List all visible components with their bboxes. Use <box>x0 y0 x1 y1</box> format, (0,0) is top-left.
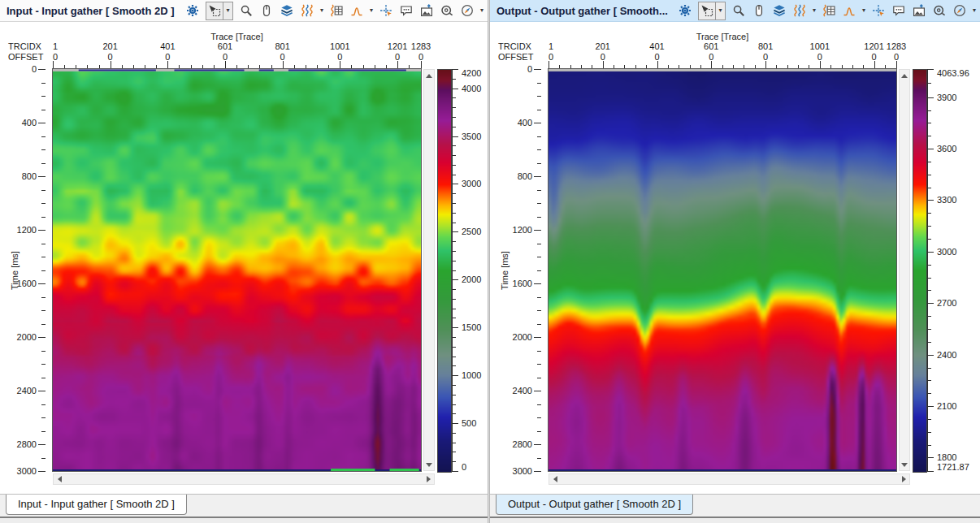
trace-minor-tick <box>351 65 352 68</box>
compass-navigation-icon[interactable] <box>952 3 967 18</box>
settings-gear-icon[interactable] <box>678 3 692 18</box>
export-image-icon[interactable] <box>419 3 434 18</box>
colorbar-tick-label: 1800 <box>937 452 956 462</box>
trace-display-mode-icon[interactable] <box>792 3 807 18</box>
trace-table-icon[interactable] <box>822 3 836 18</box>
scroll-down-button[interactable] <box>900 459 909 470</box>
colorbar-minor-tick <box>452 175 456 175</box>
colorbar-tick-label: 0 <box>462 462 466 472</box>
annotation-comment-icon[interactable] <box>891 3 906 18</box>
trace-major-tick <box>874 61 875 68</box>
colorbar-minor-tick <box>452 289 456 290</box>
compass-navigation-icon[interactable] <box>460 3 475 18</box>
amplitude-histogram-icon-dropdown[interactable]: ▾ <box>370 7 373 14</box>
annotation-comment-icon[interactable] <box>399 3 414 18</box>
time-major-tick <box>38 391 46 391</box>
zoom-select-mode-icon-group[interactable]: ▾ <box>206 2 233 20</box>
colorbar-minor-tick <box>452 193 456 194</box>
scroll-right-button[interactable] <box>423 474 434 484</box>
time-minor-tick <box>41 351 46 352</box>
trace-minor-tick <box>99 65 100 68</box>
trace-display-mode-icon[interactable] <box>300 3 314 18</box>
time-tick-label: 0 <box>505 64 532 74</box>
trace-minor-tick <box>179 65 180 68</box>
trace-major-tick <box>549 61 549 68</box>
mouse-settings-icon[interactable] <box>259 3 274 18</box>
time-major-tick <box>534 69 541 70</box>
picking-crosshair-icon[interactable] <box>871 3 886 18</box>
amplitude-histogram-icon-dropdown[interactable]: ▾ <box>862 7 865 14</box>
time-major-tick <box>534 176 541 177</box>
colorbar-minor-tick <box>927 123 931 123</box>
colorbar-minor-tick <box>452 127 456 128</box>
settings-gear-icon[interactable] <box>185 3 200 18</box>
output-panel-title: Output - Output gather [ Smooth... <box>497 5 668 17</box>
compass-navigation-icon-dropdown[interactable]: ▾ <box>480 7 483 14</box>
trace-major-tick <box>603 61 604 68</box>
trace-tick-label: 1283 <box>411 41 431 51</box>
colorbar-minor-tick <box>452 165 456 166</box>
measure-tool-icon[interactable] <box>440 3 454 18</box>
time-minor-tick <box>41 417 46 418</box>
time-minor-tick <box>537 297 541 298</box>
output-panel-titlebar: Output - Output gather [ Smooth... ▾▾▾▾ <box>490 0 980 22</box>
trace-minor-tick <box>248 65 249 68</box>
compass-navigation-icon-dropdown[interactable]: ▾ <box>973 7 976 14</box>
zoom-select-mode-icon-dropdown[interactable]: ▾ <box>715 2 725 19</box>
time-tick-label: 2400 <box>505 386 532 395</box>
time-major-tick <box>534 230 541 231</box>
scroll-down-button[interactable] <box>424 459 434 470</box>
amplitude-histogram-icon[interactable] <box>349 3 364 18</box>
zoom-select-mode-icon[interactable] <box>699 3 715 18</box>
scroll-up-button[interactable] <box>900 70 909 81</box>
time-tick-label: 1600 <box>505 279 532 288</box>
zoom-select-mode-icon-group[interactable]: ▾ <box>698 2 726 20</box>
time-minor-tick <box>537 364 541 365</box>
colorbar-minor-tick <box>927 110 931 111</box>
zoom-select-mode-icon[interactable] <box>206 3 223 18</box>
tab-input-gather[interactable]: Input - Input gather [ Smooth 2D ] <box>6 495 187 515</box>
colorbar-minor-tick <box>452 337 456 338</box>
time-major-tick <box>38 69 46 70</box>
scroll-left-button[interactable] <box>549 474 561 484</box>
time-minor-tick <box>41 96 46 97</box>
colorbar-minor-tick <box>452 385 456 386</box>
picking-crosshair-icon[interactable] <box>379 3 393 18</box>
export-image-icon[interactable] <box>912 3 926 18</box>
trace-minor-tick <box>328 65 329 68</box>
colorbar-major-tick <box>452 423 458 424</box>
trace-minor-tick <box>852 65 853 68</box>
colorbar-minor-tick <box>452 97 456 98</box>
trace-major-tick <box>765 61 766 68</box>
measure-tool-icon[interactable] <box>932 3 947 18</box>
amplitude-histogram-icon[interactable] <box>842 3 856 18</box>
colorbar-major-tick <box>452 279 458 280</box>
input-velocity-heatmap[interactable] <box>53 69 421 471</box>
mouse-settings-icon[interactable] <box>752 3 766 18</box>
vertical-scrollbar[interactable] <box>423 69 435 471</box>
colorbar-major-tick <box>927 355 934 356</box>
trace-minor-tick <box>570 65 571 68</box>
trace-minor-tick <box>668 65 669 68</box>
trace-table-icon[interactable] <box>329 3 344 18</box>
scroll-up-button[interactable] <box>424 70 434 81</box>
colorbar-minor-tick <box>452 357 456 357</box>
zoom-icon[interactable] <box>239 3 254 18</box>
trace-minor-tick <box>614 65 614 68</box>
tab-output-gather[interactable]: Output - Output gather [ Smooth 2D ] <box>496 495 693 515</box>
scroll-left-button[interactable] <box>54 474 65 484</box>
colorbar-tick-label: 4000 <box>462 84 481 93</box>
trace-display-mode-icon-dropdown[interactable]: ▾ <box>813 7 816 14</box>
zoom-icon[interactable] <box>731 3 746 18</box>
layers-icon[interactable] <box>772 3 787 18</box>
colorbar-tick-label: 1721.87 <box>937 462 969 472</box>
vertical-scrollbar[interactable] <box>899 69 910 471</box>
scroll-right-button[interactable] <box>898 474 909 484</box>
horizontal-scrollbar[interactable] <box>549 473 910 485</box>
trace-display-mode-icon-dropdown[interactable]: ▾ <box>320 7 323 14</box>
layers-icon[interactable] <box>280 3 294 18</box>
output-velocity-heatmap[interactable] <box>549 69 896 471</box>
time-minor-tick <box>41 431 46 432</box>
zoom-select-mode-icon-dropdown[interactable]: ▾ <box>223 2 232 19</box>
horizontal-scrollbar[interactable] <box>53 473 435 485</box>
